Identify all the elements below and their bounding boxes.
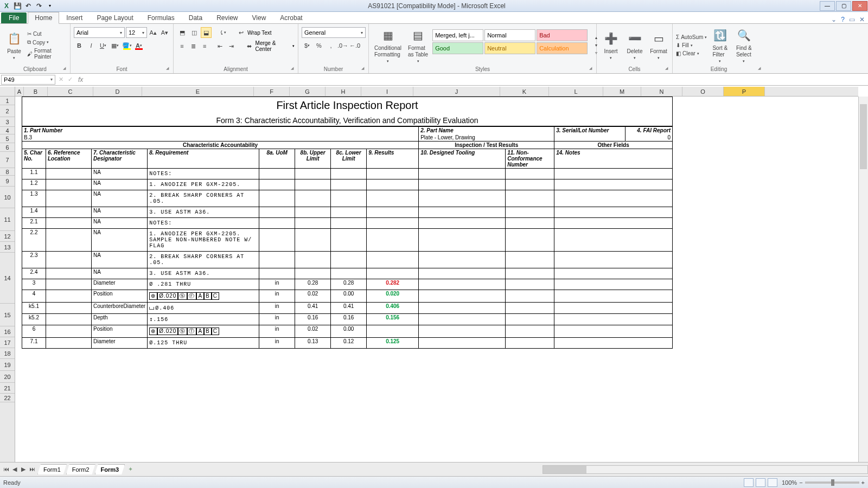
cancel-formula-icon[interactable]: ✕ [56, 76, 66, 83]
page-break-view-icon[interactable] [768, 478, 777, 487]
sheet-tab-form3[interactable]: Form3 [95, 464, 125, 474]
tab-insert[interactable]: Insert [59, 12, 90, 23]
sheet-nav-prev-icon[interactable]: ◀ [11, 466, 18, 473]
row-header-4[interactable]: 4 [0, 127, 15, 134]
row-header-11[interactable]: 11 [0, 208, 15, 231]
align-right-icon[interactable]: ≡ [200, 41, 210, 52]
clear-button[interactable]: ◧Clear▾ [676, 50, 707, 57]
cell-style-2[interactable]: Bad [537, 29, 588, 41]
row-header-8[interactable]: 8 [0, 168, 15, 176]
format-as-table-button[interactable]: ▤Format as Table▾ [406, 25, 430, 66]
autosum-button[interactable]: ΣAutoSum▾ [676, 34, 707, 41]
row-header-9[interactable]: 9 [0, 176, 15, 187]
merge-center-icon[interactable]: ⬌ [244, 41, 254, 52]
border-button[interactable]: ▦▾ [110, 40, 120, 51]
row-header-17[interactable]: 17 [0, 337, 15, 348]
maximize-button[interactable]: ▢ [836, 1, 851, 11]
cell-style-1[interactable]: Normal [484, 29, 535, 41]
col-header-D[interactable]: D [93, 87, 142, 96]
wrap-text-icon[interactable]: ↩ [235, 27, 246, 38]
row-header-2[interactable]: 2 [0, 105, 15, 117]
zoom-in-icon[interactable]: + [861, 479, 865, 486]
col-header-P[interactable]: P [724, 87, 765, 96]
decrease-font-icon[interactable]: A▾ [159, 27, 170, 38]
row-headers[interactable]: 12345678910111213141516171819202122 [0, 97, 15, 462]
cut-button[interactable]: ✂Cut [27, 30, 67, 37]
horizontal-scrollbar[interactable] [542, 465, 868, 474]
increase-font-icon[interactable]: A▴ [148, 27, 158, 38]
sort-filter-button[interactable]: 🔃Sort & Filter▾ [709, 25, 731, 66]
window-restore-icon[interactable]: ▭ [849, 16, 855, 23]
underline-button[interactable]: U▾ [98, 40, 108, 51]
col-header-H[interactable]: H [326, 87, 361, 96]
normal-view-icon[interactable] [744, 478, 754, 487]
worksheet-grid[interactable]: ABCDEFGHIJKLMNOP 12345678910111213141516… [0, 87, 868, 476]
column-headers[interactable]: ABCDEFGHIJKLMNOP [15, 87, 858, 97]
conditional-formatting-button[interactable]: ▦Conditional Formatting▾ [372, 25, 404, 66]
close-button[interactable]: ✕ [852, 1, 867, 11]
merge-center-button[interactable]: Merge & Center [256, 40, 291, 52]
align-top-icon[interactable]: ⬒ [177, 27, 188, 38]
redo-icon[interactable]: ↷ [35, 2, 43, 10]
col-header-K[interactable]: K [500, 87, 549, 96]
decrease-decimal-icon[interactable]: ←.0 [349, 40, 360, 51]
zoom-slider[interactable] [805, 481, 859, 484]
fill-color-button[interactable]: 🪣▾ [122, 40, 132, 51]
formula-input[interactable] [86, 75, 868, 85]
row-header-13[interactable]: 13 [0, 242, 15, 253]
row-header-18[interactable]: 18 [0, 348, 15, 359]
col-header-I[interactable]: I [361, 87, 413, 96]
minimize-button[interactable]: — [820, 1, 835, 11]
col-header-E[interactable]: E [142, 87, 254, 96]
orientation-icon[interactable]: ⤹▾ [217, 27, 228, 38]
page-layout-view-icon[interactable] [756, 478, 765, 487]
percent-icon[interactable]: % [314, 40, 324, 51]
row-header-1[interactable]: 1 [0, 97, 15, 105]
format-cells-button[interactable]: ▭Format▾ [648, 25, 669, 66]
row-header-16[interactable]: 16 [0, 326, 15, 337]
cell-style-5[interactable]: Calculation [537, 42, 588, 54]
enter-formula-icon[interactable]: ✓ [66, 76, 75, 83]
row-header-19[interactable]: 19 [0, 359, 15, 371]
cell-style-4[interactable]: Neutral [484, 42, 535, 54]
font-name-combo[interactable]: Arial▾ [74, 27, 125, 38]
cell-style-0[interactable]: Merged, left j... [432, 29, 483, 41]
paste-button[interactable]: 📋 Paste▾ [3, 25, 25, 66]
row-header-20[interactable]: 20 [0, 371, 15, 383]
tab-acrobat[interactable]: Acrobat [273, 12, 309, 23]
name-box[interactable]: P49▾ [1, 75, 55, 85]
insert-cells-button[interactable]: ➕Insert▾ [600, 25, 622, 66]
col-header-J[interactable]: J [413, 87, 500, 96]
number-format-combo[interactable]: General▾ [302, 27, 366, 38]
file-tab[interactable]: File [1, 12, 27, 23]
align-bottom-icon[interactable]: ⬓ [201, 27, 212, 38]
sheet-nav-last-icon[interactable]: ⏭ [28, 466, 36, 473]
cell-style-3[interactable]: Good [432, 42, 483, 54]
col-header-F[interactable]: F [254, 87, 290, 96]
row-header-7[interactable]: 7 [0, 152, 15, 168]
fx-icon[interactable]: fx [75, 76, 86, 84]
align-center-icon[interactable]: ≣ [188, 41, 199, 52]
col-header-O[interactable]: O [682, 87, 724, 96]
zoom-out-icon[interactable]: − [799, 479, 802, 486]
col-header-B[interactable]: B [24, 87, 48, 96]
tab-view[interactable]: View [245, 12, 273, 23]
row-header-14[interactable]: 14 [0, 253, 15, 304]
copy-button[interactable]: ⧉Copy▾ [27, 38, 67, 46]
row-header-3[interactable]: 3 [0, 117, 15, 127]
delete-cells-button[interactable]: ➖Delete▾ [624, 25, 646, 66]
undo-icon[interactable]: ↶ [24, 2, 33, 10]
zoom-level[interactable]: 100% [782, 479, 797, 486]
col-header-C[interactable]: C [48, 87, 93, 96]
col-header-N[interactable]: N [641, 87, 682, 96]
row-header-22[interactable]: 22 [0, 394, 15, 402]
tab-page-layout[interactable]: Page Layout [90, 12, 140, 23]
row-header-10[interactable]: 10 [0, 187, 15, 208]
save-icon[interactable]: 💾 [13, 2, 22, 10]
window-close-icon[interactable]: ✕ [859, 16, 865, 23]
sheet-tab-form1[interactable]: Form1 [37, 464, 67, 474]
currency-icon[interactable]: $▾ [302, 40, 312, 51]
comma-icon[interactable]: , [326, 40, 336, 51]
new-sheet-icon[interactable]: ✦ [128, 466, 133, 473]
help-icon[interactable]: ? [841, 16, 845, 23]
